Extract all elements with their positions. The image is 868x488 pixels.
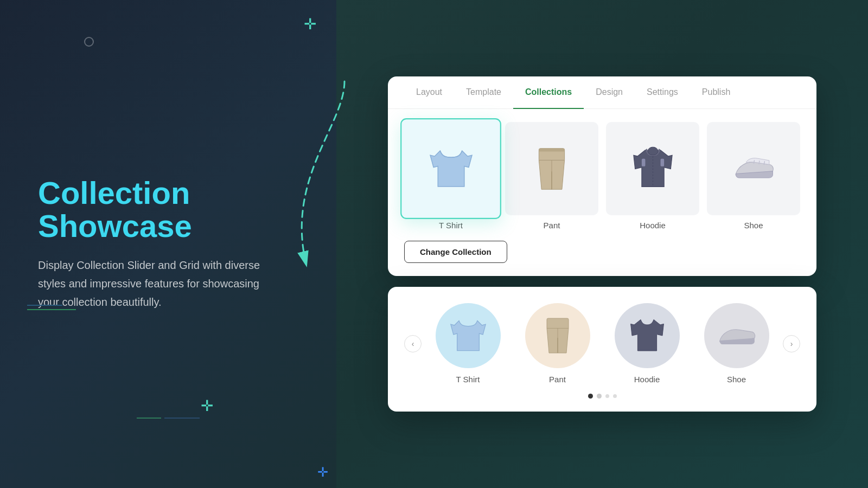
svg-rect-8 [547,318,569,329]
tab-collections[interactable]: Collections [513,76,584,109]
slider-img-pant [525,303,590,368]
line-decoration-bottom [137,418,200,419]
tab-design[interactable]: Design [584,76,635,109]
slider-item-hoodie: Hoodie [606,303,688,384]
slider-next-button[interactable]: › [783,335,800,352]
page-description: Display Collection Slider and Grid with … [38,256,277,311]
product-img-hoodie [606,122,699,215]
grid-card: Layout Template Collections Design Setti… [388,76,816,276]
page-headline: CollectionShowcase [38,177,298,243]
product-img-tshirt [400,118,501,219]
grid-card-content: T Shirt Pant [388,109,816,276]
slider-label-hoodie: Hoodie [634,375,660,384]
product-grid: T Shirt Pant [404,122,800,230]
tab-template[interactable]: Template [454,76,513,109]
plus-top-icon: ✛ [304,15,316,33]
dot-4[interactable] [613,394,617,398]
product-item-shoe: Shoe [707,122,800,230]
product-label-pant: Pant [544,221,560,230]
product-item-tshirt: T Shirt [404,122,497,230]
svg-rect-3 [539,148,564,151]
slider-item-shoe: Shoe [695,303,777,384]
product-item-hoodie: Hoodie [606,122,699,230]
change-collection-button[interactable]: Change Collection [404,241,507,263]
svg-rect-7 [660,158,664,166]
slider-label-tshirt: T Shirt [456,375,480,384]
tab-bar: Layout Template Collections Design Setti… [388,76,816,109]
tab-publish[interactable]: Publish [690,76,742,109]
product-label-hoodie: Hoodie [640,221,666,230]
svg-rect-6 [641,158,645,166]
product-img-shoe [707,122,800,215]
tab-settings[interactable]: Settings [635,76,690,109]
plus-br-icon: ✛ [317,465,328,480]
dot-2[interactable] [597,394,602,399]
circle-decoration [84,37,94,47]
product-label-tshirt: T Shirt [439,221,463,230]
right-panel: Layout Template Collections Design Setti… [336,0,868,488]
product-img-pant [505,122,598,215]
tab-layout[interactable]: Layout [404,76,454,109]
slider-dots [404,394,800,399]
slider-items: T Shirt Pant [427,303,777,384]
dot-3[interactable] [605,394,609,398]
product-label-shoe: Shoe [744,221,763,230]
svg-point-4 [648,147,658,155]
slider-img-shoe [704,303,769,368]
plus-bottom-icon: ✛ [201,397,213,415]
line-decoration [27,305,76,310]
slider-item-tshirt: T Shirt [427,303,509,384]
slider-card: ‹ T Shirt [388,287,816,412]
slider-item-pant: Pant [516,303,598,384]
slider-content: ‹ T Shirt [404,303,800,384]
slider-prev-button[interactable]: ‹ [404,335,422,352]
slider-label-shoe: Shoe [727,375,746,384]
slider-img-hoodie [615,303,680,368]
dot-1[interactable] [588,394,593,399]
slider-label-pant: Pant [549,375,566,384]
left-panel: ✛ ✛ ✛ CollectionShowcase Display Collect… [0,0,336,488]
product-item-pant: Pant [505,122,598,230]
slider-img-tshirt [436,303,501,368]
